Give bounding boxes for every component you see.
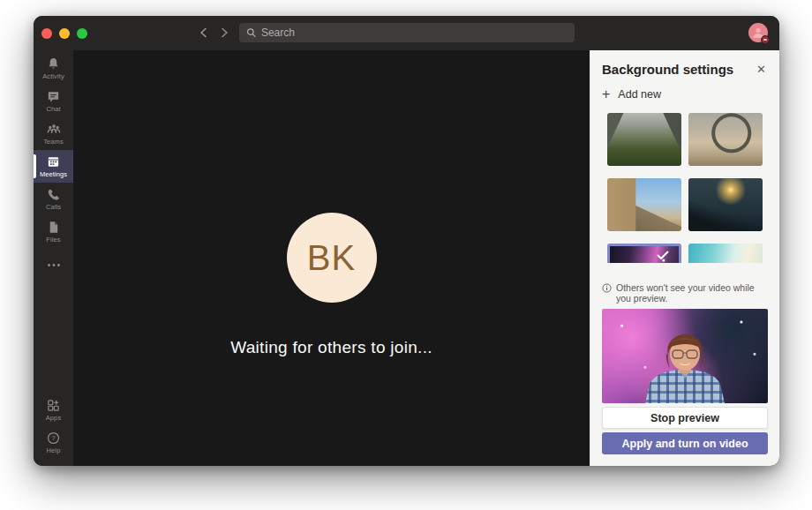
sidebar-label: Files [46, 236, 60, 244]
panel-title: Background settings [602, 62, 733, 77]
stop-preview-button[interactable]: Stop preview [602, 407, 768, 429]
search-input[interactable] [261, 26, 568, 39]
participant-avatar: BK [287, 213, 377, 303]
forward-button[interactable] [216, 23, 232, 42]
sidebar-item-chat[interactable]: Chat [34, 85, 73, 117]
phone-icon [46, 187, 61, 202]
close-icon: ✕ [756, 63, 766, 76]
background-thumbnail-mountain-valley[interactable] [607, 113, 681, 166]
sidebar-item-meetings[interactable]: Meetings [34, 150, 73, 183]
sidebar-label: Calls [46, 203, 61, 211]
close-panel-button[interactable]: ✕ [755, 62, 768, 77]
background-thumbnail-village-archway[interactable] [607, 178, 681, 231]
macos-traffic-lights [41, 28, 87, 39]
plus-icon: + [602, 87, 610, 101]
search-bar[interactable] [239, 23, 575, 42]
apps-grid-icon [46, 398, 61, 413]
background-settings-panel: Background settings ✕ + Add new Others w [590, 50, 779, 466]
minimize-window-button[interactable] [59, 28, 70, 39]
video-preview [602, 309, 768, 403]
bell-icon [46, 56, 61, 71]
add-new-label: Add new [618, 88, 661, 101]
add-new-background-button[interactable]: + Add new [602, 87, 768, 101]
background-thumbnail-desert-ring[interactable] [688, 113, 763, 166]
chevron-left-icon [199, 27, 207, 38]
app-rail: Activity Chat Teams Meetings Calls Files [34, 50, 73, 466]
apply-button-label: Apply and turn on video [621, 438, 748, 450]
svg-text:?: ? [51, 434, 56, 442]
meeting-stage: BK Waiting for others to join... [73, 50, 590, 466]
document-icon [46, 220, 61, 235]
zoom-window-button[interactable] [77, 28, 87, 39]
sidebar-item-activity[interactable]: Activity [34, 52, 73, 85]
profile-avatar[interactable] [748, 23, 768, 42]
sidebar-label: Teams [43, 138, 64, 146]
sidebar-item-files[interactable]: Files [34, 215, 73, 248]
sidebar-item-help[interactable]: ? Help [34, 426, 73, 459]
sidebar-label: Chat [46, 105, 60, 113]
background-thumbnail-grid [607, 113, 768, 263]
presence-busy-badge [761, 35, 770, 44]
chevron-right-icon [221, 27, 229, 38]
apply-turn-on-video-button[interactable]: Apply and turn on video [602, 432, 768, 454]
participant-initials: BK [307, 238, 356, 278]
background-thumbnail-alien-landscape[interactable] [688, 178, 763, 231]
title-bar [34, 16, 779, 50]
background-thumbnail-purple-galaxy-selected[interactable] [607, 244, 681, 263]
search-icon [246, 27, 256, 38]
checkmark-icon [657, 251, 669, 260]
background-thumbnail-bright-shore[interactable] [688, 244, 763, 263]
person-in-preview [628, 334, 742, 403]
more-apps-button[interactable] [34, 253, 73, 276]
back-button[interactable] [195, 23, 211, 42]
sidebar-item-calls[interactable]: Calls [34, 183, 73, 215]
ellipsis-icon [47, 263, 61, 267]
teams-app-window: Activity Chat Teams Meetings Calls Files [34, 16, 779, 466]
teams-people-icon [46, 122, 62, 137]
sidebar-label: Activity [42, 72, 64, 80]
close-window-button[interactable] [41, 28, 52, 39]
chat-bubble-icon [46, 89, 61, 104]
preview-info-note: Others won't see your video while you pr… [602, 282, 768, 304]
sidebar-label: Apps [46, 414, 62, 422]
sidebar-item-apps[interactable]: Apps [34, 394, 73, 426]
waiting-message: Waiting for others to join... [73, 338, 590, 357]
calendar-icon [46, 154, 61, 169]
sidebar-item-teams[interactable]: Teams [34, 117, 73, 150]
sidebar-label: Help [47, 446, 61, 454]
help-circle-icon: ? [46, 431, 61, 446]
sidebar-label: Meetings [40, 170, 67, 178]
info-icon [602, 283, 612, 293]
stop-preview-label: Stop preview [650, 412, 719, 424]
info-text: Others won't see your video while you pr… [616, 282, 768, 304]
